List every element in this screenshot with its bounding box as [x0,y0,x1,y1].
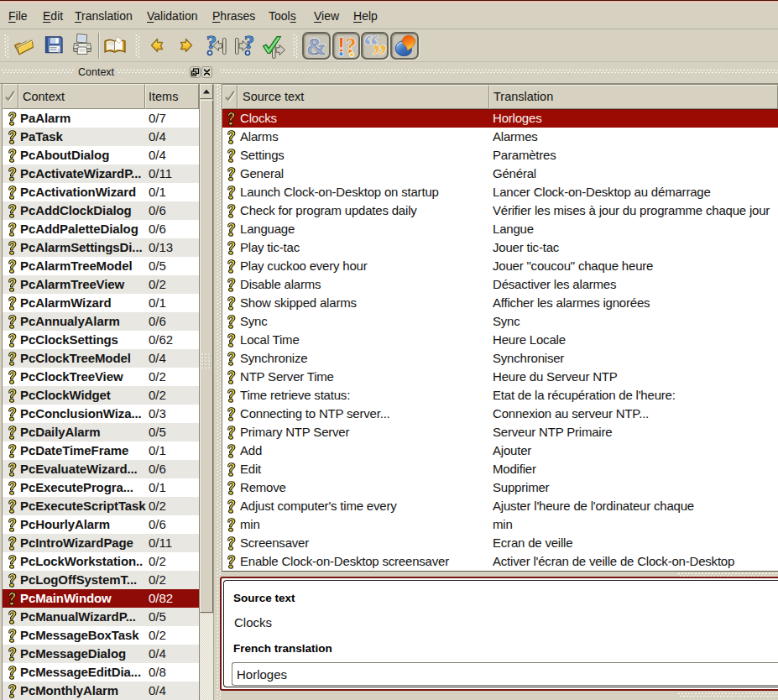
svg-text:?: ? [206,34,217,53]
svg-text:?: ? [244,34,254,53]
svg-text:„: „ [373,34,388,56]
svg-text:&: & [306,34,326,58]
